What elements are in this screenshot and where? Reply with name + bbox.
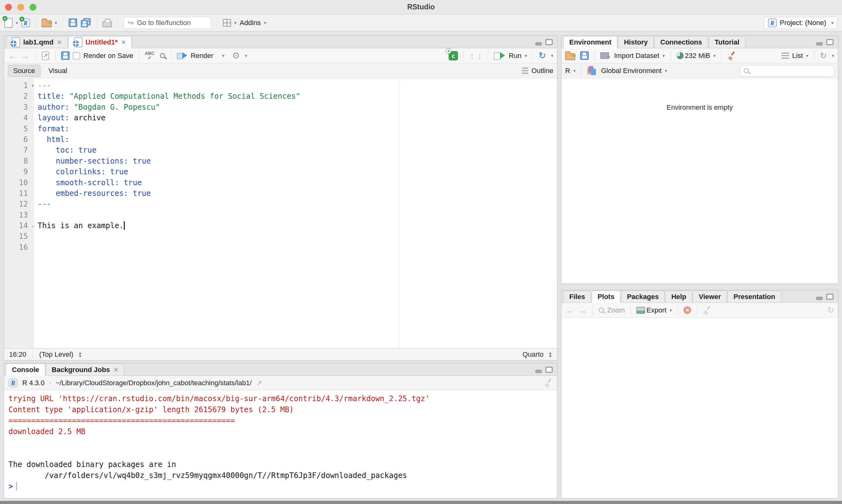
import-dataset-button[interactable]: Import Dataset ▾ [600, 52, 665, 60]
spellcheck-button[interactable]: ABC ✓ [145, 51, 154, 60]
outline-icon[interactable] [522, 68, 528, 74]
code-line[interactable]: 16 [4, 242, 557, 253]
export-plot-button[interactable]: Export ▾ [637, 306, 672, 314]
chevron-down-icon[interactable]: ▾ [832, 53, 834, 59]
code-line[interactable]: 10 smooth-scroll: true [4, 177, 557, 188]
environment-scope-selector[interactable]: Global Environment ▾ [587, 66, 667, 75]
environment-search-input[interactable] [740, 65, 834, 76]
minimize-panel-icon[interactable] [816, 297, 823, 300]
open-file-button[interactable]: ▾ [42, 18, 57, 27]
code-line[interactable]: 14▴This is an example. [4, 220, 557, 231]
run-options-chevron-icon[interactable]: ▾ [524, 53, 527, 59]
minimize-panel-icon[interactable] [535, 370, 542, 373]
chevron-down-icon[interactable]: ▾ [245, 53, 247, 59]
gear-icon[interactable]: ⚙ [232, 51, 240, 60]
checkbox-icon[interactable] [73, 52, 80, 59]
maximize-panel-icon[interactable] [826, 294, 834, 300]
minimize-window-button[interactable] [17, 4, 24, 11]
environment-tab-tutorial[interactable]: Tutorial [709, 36, 746, 48]
environment-tab-environment[interactable]: Environment [563, 36, 617, 48]
chevron-down-icon[interactable]: ▾ [16, 20, 18, 26]
new-project-button[interactable]: R+ [21, 18, 30, 27]
plots-tab-help[interactable]: Help [665, 291, 692, 303]
back-icon[interactable]: ← [8, 51, 17, 60]
console-tab-console[interactable]: Console [6, 364, 45, 376]
code-line[interactable]: 8 number-sections: true [4, 156, 557, 166]
render-button[interactable]: Render [177, 52, 213, 60]
render-on-save-checkbox[interactable]: Render on Save [73, 52, 133, 60]
code-line[interactable]: 6 html: [4, 134, 557, 145]
close-window-button[interactable] [5, 4, 12, 11]
open-in-finder-icon[interactable]: ↗ [256, 379, 262, 387]
render-options-chevron-icon[interactable]: ▾ [222, 53, 225, 59]
fold-marker-icon[interactable]: ▴ [28, 220, 38, 231]
panes-layout-button[interactable]: ▾ [223, 19, 237, 26]
memory-usage-button[interactable]: 232 MiB ▾ [677, 52, 716, 60]
view-mode-button[interactable]: List ▾ [792, 52, 808, 60]
code-line[interactable]: 3author: "Bogdan G. Popescu" [4, 102, 557, 112]
file-type-indicator[interactable]: Quarto [523, 350, 543, 359]
print-button[interactable] [103, 18, 112, 27]
popout-window-icon[interactable]: ↗ [42, 51, 49, 60]
clear-all-plots-icon[interactable] [703, 306, 712, 315]
code-line[interactable]: 1▾--- [4, 80, 557, 91]
zoom-window-button[interactable] [30, 4, 36, 11]
code-line[interactable]: 15 [4, 231, 557, 242]
load-workspace-icon[interactable] [565, 53, 575, 60]
environment-tab-connections[interactable]: Connections [654, 36, 708, 48]
editor-tab-untitled1-[interactable]: Untitled1*× [68, 36, 132, 48]
code-line[interactable]: 9 colorlinks: true [4, 166, 557, 177]
previous-plot-icon[interactable]: ← [565, 306, 575, 315]
goto-file-function-input[interactable]: ↪ Go to file/function [124, 17, 211, 29]
save-button[interactable] [69, 18, 77, 27]
chevron-down-icon[interactable]: ▾ [55, 20, 57, 26]
code-line[interactable]: 5format: [4, 124, 557, 134]
rerun-icon[interactable]: ↻ [539, 51, 546, 60]
close-icon[interactable]: × [121, 38, 126, 47]
code-line[interactable]: 11 embed-resources: true [4, 188, 557, 199]
console-prompt[interactable]: > [8, 481, 557, 492]
code-line[interactable]: 2title: "Applied Computational Methods f… [4, 91, 557, 102]
save-icon[interactable] [61, 51, 70, 60]
source-mode-button[interactable]: Source [8, 65, 40, 77]
forward-icon[interactable]: → [20, 51, 30, 60]
code-line[interactable]: 12--- [4, 199, 557, 209]
run-button[interactable]: Run ▾ [494, 52, 527, 60]
project-menu-button[interactable]: R Project: (None) ▾ [764, 17, 838, 29]
chevron-down-icon[interactable]: ▾ [551, 53, 553, 59]
zoom-plot-label[interactable]: Zoom [607, 306, 625, 314]
language-selector[interactable]: R ▾ [565, 67, 576, 75]
maximize-panel-icon[interactable] [826, 39, 834, 45]
fold-marker-icon[interactable]: ▾ [28, 80, 38, 91]
plots-tab-files[interactable]: Files [563, 291, 591, 303]
zoom-plot-icon[interactable] [599, 307, 604, 313]
code-line[interactable]: 7 toc: true [4, 145, 557, 156]
clear-console-icon[interactable] [544, 378, 553, 388]
code-editor[interactable]: 1▾---2title: "Applied Computational Meth… [4, 78, 557, 348]
plots-tab-packages[interactable]: Packages [621, 291, 665, 303]
chevron-down-icon[interactable]: ▾ [234, 20, 237, 26]
environment-tab-history[interactable]: History [618, 36, 653, 48]
close-icon[interactable]: × [114, 365, 118, 374]
plots-tab-presentation[interactable]: Presentation [728, 291, 781, 303]
remove-plot-icon[interactable]: ✕ [683, 306, 691, 314]
outline-label[interactable]: Outline [531, 67, 553, 75]
run-previous-icon[interactable]: ↑ [470, 51, 474, 60]
clear-environment-icon[interactable] [727, 51, 736, 60]
console-output[interactable]: trying URL 'https://cran.rstudio.com/bin… [4, 390, 557, 498]
code-line[interactable]: 4layout: archive [4, 112, 557, 123]
addins-button[interactable]: Addins ▾ [240, 19, 266, 27]
code-line[interactable]: 13 [4, 210, 557, 220]
close-icon[interactable]: × [57, 38, 62, 47]
find-replace-icon[interactable] [160, 53, 165, 58]
next-plot-icon[interactable]: → [578, 306, 587, 315]
refresh-icon[interactable]: ↻ [820, 52, 827, 60]
maximize-panel-icon[interactable] [545, 367, 553, 373]
insert-chunk-icon[interactable]: c+ [449, 51, 458, 60]
console-tab-background-jobs[interactable]: Background Jobs× [46, 364, 124, 376]
save-workspace-icon[interactable] [580, 51, 589, 60]
maximize-panel-icon[interactable] [545, 39, 553, 45]
plots-tab-plots[interactable]: Plots [592, 291, 620, 303]
scope-indicator[interactable]: (Top Level) [39, 350, 73, 359]
refresh-icon[interactable]: ↻ [827, 306, 834, 314]
